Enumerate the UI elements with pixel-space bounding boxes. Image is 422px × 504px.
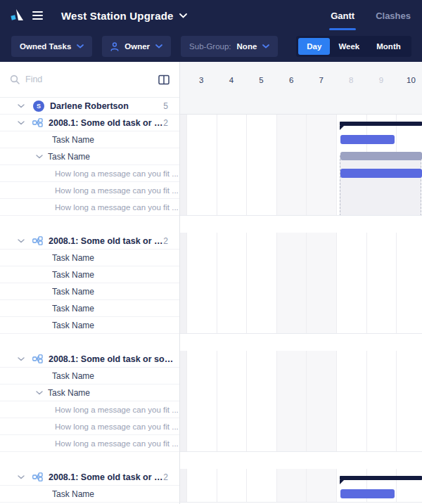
- gantt-bar-summary[interactable]: [340, 476, 422, 480]
- row-label: Task Name: [52, 371, 94, 381]
- columns-icon[interactable]: [158, 75, 170, 85]
- tree-row-task[interactable]: Task Name: [0, 131, 179, 148]
- gantt-section: [180, 469, 422, 503]
- row-label: Task Name: [52, 304, 94, 314]
- tree-gap: [0, 334, 179, 351]
- tree-row-subtask[interactable]: How long a message can you fit ...: [0, 418, 179, 435]
- tree-row-task[interactable]: Task Name: [0, 368, 179, 385]
- grid-column: [246, 115, 276, 215]
- tree-gap: [0, 216, 179, 233]
- grid-edge: [180, 233, 186, 333]
- tree-gap: [0, 452, 179, 469]
- tree-row-group[interactable]: 2008.1: Some old task or somethi...2: [0, 115, 179, 131]
- gantt-section: [180, 115, 422, 216]
- tree-row-subtask[interactable]: How long a message can you fit ...: [0, 435, 179, 452]
- gantt-section: [180, 351, 422, 452]
- grid-column: [217, 115, 247, 215]
- section-gap: [180, 216, 422, 233]
- grid-column: [276, 115, 307, 215]
- chevron-down-icon: [262, 44, 269, 49]
- project-title-dropdown[interactable]: West Station Upgrade: [61, 10, 187, 22]
- day-label: 7: [319, 76, 323, 84]
- tree-row-task[interactable]: Task Name: [0, 250, 179, 266]
- row-label: Task Name: [48, 152, 90, 162]
- subgroup-filter-button[interactable]: Sub-Group: None: [181, 36, 278, 57]
- tree-row-subtask[interactable]: How long a message can you fit ...: [0, 182, 179, 199]
- tree-row-group[interactable]: 2008.1: Some old task or somethi...: [0, 351, 179, 368]
- tree-row-subtask[interactable]: How long a message can you fit ...: [0, 401, 179, 418]
- chevron-down-icon[interactable]: [36, 155, 43, 159]
- task-tree: SDarlene Robertson52008.1: Some old task…: [0, 98, 179, 503]
- person-icon: [110, 42, 119, 51]
- owned-tasks-filter-button[interactable]: Owned Tasks: [11, 36, 92, 57]
- tree-row-task[interactable]: Task Name: [0, 486, 179, 503]
- row-label: 2008.1: Some old task or somethi...: [49, 472, 163, 482]
- chevron-down-icon[interactable]: [18, 121, 25, 125]
- tree-row-person[interactable]: SDarlene Robertson5: [0, 98, 179, 115]
- gantt-bar-task[interactable]: [340, 489, 395, 498]
- grid-column: [396, 233, 422, 333]
- grid-column: [396, 351, 422, 451]
- grid-column: [306, 351, 336, 451]
- tree-row-task[interactable]: Task Name: [0, 317, 179, 334]
- grid-column: [217, 233, 247, 333]
- sitemap-icon: [32, 354, 43, 363]
- chevron-down-icon[interactable]: [18, 239, 25, 243]
- grid-column: [186, 233, 217, 333]
- sitemap-icon: [32, 236, 43, 245]
- day-label: 4: [229, 76, 234, 84]
- segment-day[interactable]: Day: [298, 38, 330, 55]
- chevron-down-icon[interactable]: [18, 475, 25, 479]
- gantt-section: [180, 233, 422, 334]
- segment-week[interactable]: Week: [330, 38, 368, 55]
- row-label: How long a message can you fit ...: [55, 186, 179, 195]
- row-label: How long a message can you fit ...: [55, 169, 179, 178]
- main-area: SDarlene Robertson52008.1: Some old task…: [0, 62, 422, 504]
- gantt-bar-summary[interactable]: [340, 122, 422, 126]
- view-tabs: GanttClashes: [329, 0, 412, 31]
- grid-column: [217, 469, 247, 502]
- row-label: 2008.1: Some old task or somethi...: [49, 236, 163, 246]
- search-input[interactable]: [25, 75, 153, 84]
- chevron-down-icon[interactable]: [18, 357, 25, 361]
- gantt-timeline-header: 345678910: [180, 62, 422, 115]
- tree-row-group[interactable]: 2008.1: Some old task or somethi...2: [0, 233, 179, 250]
- task-list-panel: SDarlene Robertson52008.1: Some old task…: [0, 62, 180, 504]
- tree-row-task[interactable]: Task Name: [0, 300, 179, 317]
- gantt-body: [180, 115, 422, 503]
- chevron-down-icon[interactable]: [18, 104, 25, 108]
- tree-row-subtask[interactable]: How long a message can you fit ...: [0, 199, 179, 216]
- grid-edge: [180, 469, 186, 502]
- owned-tasks-label: Owned Tasks: [20, 42, 71, 51]
- tab-gantt[interactable]: Gantt: [329, 0, 356, 31]
- grid-column: [396, 469, 422, 502]
- tree-row-task[interactable]: Task Name: [0, 148, 179, 165]
- chevron-down-icon: [155, 44, 162, 49]
- grid-column: [306, 233, 336, 333]
- grid-column: [217, 351, 247, 451]
- tree-row-task[interactable]: Task Name: [0, 266, 179, 283]
- gantt-bar-task[interactable]: [340, 169, 422, 178]
- grid-column: [306, 469, 336, 502]
- tree-row-group[interactable]: 2008.1: Some old task or somethi...2: [0, 469, 179, 486]
- gantt-bar-ghost[interactable]: [340, 152, 422, 160]
- grid-column: [366, 233, 397, 333]
- tree-row-task[interactable]: Task Name: [0, 385, 179, 401]
- app-logo-icon[interactable]: [10, 8, 25, 22]
- filter-bar: Owned Tasks Owner Sub-Group: None DayWee…: [0, 31, 422, 62]
- expanded-group-outline: [340, 155, 421, 216]
- grid-column: [186, 115, 217, 215]
- tree-row-task[interactable]: Task Name: [0, 283, 179, 300]
- tab-clashes[interactable]: Clashes: [374, 0, 412, 31]
- avatar: S: [33, 101, 44, 112]
- row-label: Task Name: [52, 321, 94, 330]
- segment-month[interactable]: Month: [368, 38, 409, 55]
- tree-row-subtask[interactable]: How long a message can you fit ...: [0, 165, 179, 182]
- hamburger-menu-icon[interactable]: [32, 11, 43, 20]
- row-label: 2008.1: Some old task or somethi...: [49, 354, 179, 364]
- gantt-bar-task[interactable]: [340, 135, 395, 144]
- zoom-level-segmented-control: DayWeekMonth: [296, 36, 411, 57]
- section-gap: [180, 452, 422, 469]
- owner-filter-button[interactable]: Owner: [102, 36, 171, 57]
- chevron-down-icon[interactable]: [36, 391, 43, 395]
